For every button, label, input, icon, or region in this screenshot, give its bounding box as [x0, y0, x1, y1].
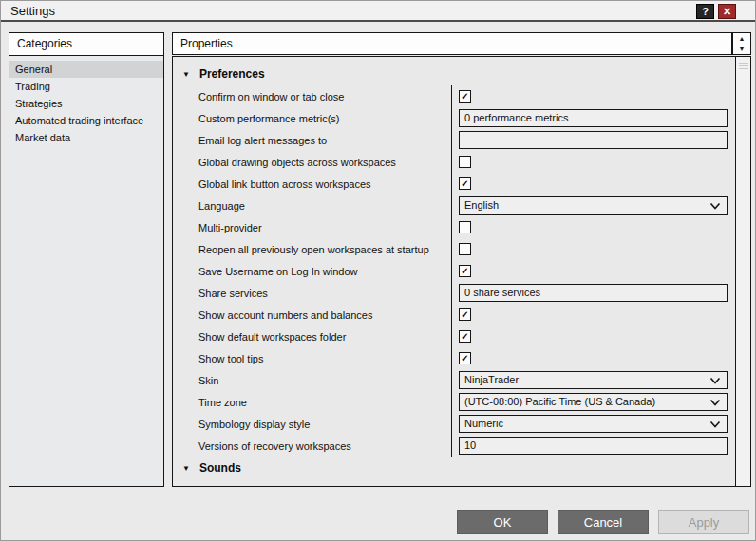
checkbox-checked[interactable]: ✓ [459, 177, 471, 190]
close-button[interactable]: ✕ [718, 4, 736, 19]
category-item[interactable]: Trading [9, 78, 163, 95]
property-row: Show tool tips✓ [173, 347, 734, 369]
property-value-cell: 0 performance metrics [451, 107, 734, 129]
property-value-cell: ✓ [451, 173, 734, 195]
property-label: Global link button across workspaces [173, 173, 451, 195]
section-header[interactable]: ▼Sounds [173, 457, 734, 479]
checkbox-checked[interactable]: ✓ [459, 308, 471, 321]
scrollbar[interactable] [735, 57, 750, 486]
close-icon: ✕ [723, 6, 731, 17]
checkbox-unchecked[interactable] [459, 156, 471, 168]
property-row: Custom performance metric(s)0 performanc… [173, 107, 734, 129]
property-row: SkinNinjaTrader [173, 369, 734, 391]
properties-rows: ▼PreferencesConfirm on window or tab clo… [173, 57, 734, 486]
categories-header-label: Categories [17, 37, 72, 50]
categories-header: Categories [9, 33, 163, 56]
window-title: Settings [10, 4, 55, 18]
apply-button[interactable]: Apply [658, 510, 749, 534]
property-row: Email log alert messages to [173, 129, 734, 151]
property-value-cell: ✓ [451, 347, 734, 369]
property-value-cell: NinjaTrader [451, 369, 734, 391]
checkbox-checked[interactable]: ✓ [459, 330, 471, 343]
property-row: Symbology display styleNumeric [173, 413, 734, 435]
property-label: Versions of recovery workspaces [173, 435, 451, 457]
property-value-cell: ✓ [451, 85, 734, 107]
down-arrow-icon: ▼ [739, 46, 746, 52]
property-label: Confirm on window or tab close [173, 85, 451, 107]
dropdown[interactable]: (UTC-08:00) Pacific Time (US & Canada) [459, 393, 728, 411]
checkbox-checked[interactable]: ✓ [459, 265, 471, 277]
property-row: Show default workspaces folder✓ [173, 326, 734, 347]
property-label: Symbology display style [173, 413, 451, 435]
category-item[interactable]: General [9, 61, 163, 78]
property-row: Save Username on Log In window✓ [173, 260, 734, 282]
dropdown-value: (UTC-08:00) Pacific Time (US & Canada) [464, 396, 655, 407]
property-label: Time zone [173, 391, 451, 413]
property-value-cell: ✓ [451, 304, 734, 326]
property-row: Confirm on window or tab close✓ [173, 85, 734, 107]
property-row: Global drawing objects across workspaces [173, 151, 734, 173]
titlebar[interactable]: Settings ? ✕ [1, 1, 755, 22]
property-row: Global link button across workspaces✓ [173, 173, 734, 195]
property-label: Language [173, 195, 451, 216]
text-input[interactable]: 10 [459, 437, 728, 455]
cancel-button[interactable]: Cancel [558, 510, 649, 534]
dropdown[interactable]: NinjaTrader [459, 371, 728, 389]
property-label: Skin [173, 369, 451, 391]
property-value-cell: 10 [451, 435, 734, 457]
property-value-cell [451, 238, 734, 260]
properties-grid: ▼PreferencesConfirm on window or tab clo… [172, 56, 751, 487]
property-label: Reopen all previously open workspaces at… [173, 238, 451, 260]
scroll-spinner: ▲ ▼ [732, 32, 751, 55]
text-input[interactable]: 0 share services [459, 284, 728, 302]
checkbox-unchecked[interactable] [459, 221, 471, 233]
property-label: Multi-provider [173, 216, 451, 238]
property-value-cell [451, 129, 734, 151]
checkbox-unchecked[interactable] [459, 243, 471, 255]
text-input[interactable]: 0 performance metrics [459, 109, 728, 127]
properties-panel: Properties ▲ ▼ ▼PreferencesConfirm on wi… [172, 32, 751, 487]
chevron-down-icon [709, 202, 721, 210]
help-button[interactable]: ? [696, 4, 714, 19]
property-label: Share services [173, 282, 451, 304]
property-row: Show account numbers and balances✓ [173, 304, 734, 326]
ok-button[interactable]: OK [457, 510, 548, 534]
chevron-down-icon [709, 420, 721, 428]
property-label: Show default workspaces folder [173, 326, 451, 347]
property-value-cell: 0 share services [451, 282, 734, 304]
property-label: Show account numbers and balances [173, 304, 451, 326]
property-row: LanguageEnglish [173, 195, 734, 216]
property-label: Custom performance metric(s) [173, 107, 451, 129]
property-value-cell: (UTC-08:00) Pacific Time (US & Canada) [451, 391, 734, 413]
text-input[interactable] [459, 131, 728, 149]
scroll-down-button[interactable]: ▼ [733, 44, 750, 54]
scroll-up-button[interactable]: ▲ [733, 33, 750, 44]
collapse-triangle-icon: ▼ [182, 464, 190, 473]
checkbox-checked[interactable]: ✓ [459, 90, 471, 103]
dropdown-value: Numeric [464, 418, 503, 429]
property-row: Multi-provider [173, 216, 734, 238]
property-row: Time zone(UTC-08:00) Pacific Time (US & … [173, 391, 734, 413]
property-label: Save Username on Log In window [173, 260, 451, 282]
chevron-down-icon [709, 399, 721, 406]
section-header[interactable]: ▼Preferences [173, 63, 734, 85]
category-item[interactable]: Market data [9, 129, 163, 146]
collapse-triangle-icon: ▼ [182, 70, 190, 79]
property-value-cell: English [451, 195, 734, 216]
property-label: Show tool tips [173, 347, 451, 369]
property-value-cell: ✓ [451, 260, 734, 282]
property-value-cell [451, 216, 734, 238]
up-arrow-icon: ▲ [739, 35, 746, 42]
properties-header: Properties [172, 32, 732, 55]
section-label: Preferences [199, 67, 265, 81]
dropdown[interactable]: English [459, 196, 728, 215]
section-label: Sounds [199, 461, 241, 475]
dropdown-value: English [464, 199, 499, 211]
category-item[interactable]: Automated trading interface [9, 112, 163, 129]
property-value-cell [451, 151, 734, 173]
dropdown-value: NinjaTrader [464, 374, 519, 385]
checkbox-checked[interactable]: ✓ [459, 352, 471, 364]
category-item[interactable]: Strategies [9, 95, 163, 112]
dropdown[interactable]: Numeric [459, 415, 728, 433]
property-row: Reopen all previously open workspaces at… [173, 238, 734, 260]
